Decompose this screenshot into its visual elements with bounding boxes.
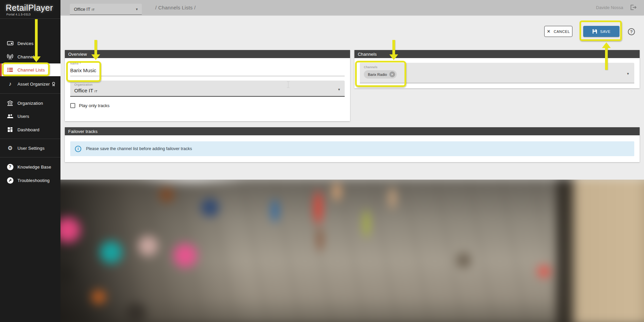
name-field-value: Barix Music [70,67,345,73]
sidebar-item-label: Troubleshooting [17,178,50,183]
sidebar-item-label: Dashboard [17,127,39,132]
chevron-down-icon: ▾ [627,72,629,76]
user-name: Davide Nossa [596,0,623,15]
chevron-down-icon: ▾ [136,7,138,11]
sidebar-divider [0,157,60,157]
devices-icon [6,41,14,46]
info-banner: i Please save the channel list before ad… [70,141,634,156]
channel-chip-label: Barix Radio [368,73,387,77]
retailplayer-app: RetailPlayer Portal 4.1.5-0313 Devices C… [0,0,644,322]
failover-tracks-panel: Failover tracks i Please save the channe… [65,127,640,162]
channel-chip: Barix Radio ✕ [364,70,397,79]
play-only-tracks-checkbox[interactable]: Play only tracks [70,103,345,108]
sidebar-item-label: Asset Organizer [17,82,50,87]
channels-field-label: Channels [364,65,630,69]
sidebar-item-channels[interactable]: Channels [0,51,60,63]
name-field[interactable]: Name * Barix Music [70,62,345,76]
close-icon: ✕ [547,29,551,34]
sidebar-item-label: Channel Lists [17,67,45,73]
sidebar: RetailPlayer Portal 4.1.5-0313 Devices C… [0,0,60,322]
sidebar-divider [0,93,60,94]
sidebar-item-label: Organization [17,101,43,106]
name-field-label: Name * [70,62,345,65]
chevron-down-icon: ▾ [338,87,340,92]
sidebar-item-label: Users [17,114,29,119]
organization-select-value: Office IT IT [74,88,341,93]
organization-selector-region: IT [92,8,95,11]
list-icon [6,67,14,72]
gear-icon: ⚙ [6,145,14,151]
sidebar-item-label: Channels [17,54,37,59]
floppy-disk-icon [592,29,597,34]
portal-version: Portal 4.1.5-0313 [6,13,60,16]
save-button-label: SAVE [600,30,611,34]
sidebar-item-troubleshooting[interactable]: Troubleshooting [0,174,60,186]
channels-panel: Channels Channels Barix Radio ✕ ▾ [354,50,640,88]
organization-select-label: Organization [74,83,341,86]
text-cursor [288,81,289,88]
checkbox-label: Play only tracks [79,103,110,108]
app-logo: RetailPlayer Portal 4.1.5-0313 [0,0,60,19]
bank-icon [6,100,14,106]
sidebar-item-label: Devices [17,41,34,46]
sidebar-item-organization[interactable]: Organization [0,97,60,109]
overview-panel-header: Overview [65,50,350,58]
breadcrumb: / Channels Lists / [155,0,196,15]
organization-selector[interactable]: Office IT IT ▾ [70,4,142,15]
sidebar-item-label: Knowledge Base [17,165,51,170]
organization-select-region: IT [94,90,97,93]
channels-multiselect[interactable]: Channels Barix Radio ✕ ▾ [360,63,634,83]
help-icon[interactable]: ? [628,28,635,35]
sidebar-item-devices[interactable]: Devices [0,37,60,49]
broadcast-icon [6,54,14,60]
background-photo [60,180,644,322]
overview-panel: Overview Name * Barix Music Organization… [65,50,350,121]
brand-name: RetailPlayer [6,3,60,13]
channels-panel-header: Channels [354,50,640,58]
sidebar-item-knowledge-base[interactable]: ? Knowledge Base [0,161,60,173]
wrench-circle-icon [6,177,14,184]
cancel-button[interactable]: ✕ CANCEL [544,26,572,37]
remove-chip-icon[interactable]: ✕ [389,72,395,77]
organization-select[interactable]: Organization Office IT IT ▾ [70,81,345,97]
sidebar-item-dashboard[interactable]: Dashboard [0,124,60,136]
premium-badge-icon [52,82,55,86]
music-note-icon: ♪ [6,81,14,87]
question-circle-icon: ? [6,164,14,170]
top-bar: Office IT IT ▾ / Channels Lists / Davide… [60,0,644,15]
users-icon [6,114,14,119]
organization-selector-value: Office IT [74,7,90,12]
failover-panel-header: Failover tracks [65,127,640,135]
sidebar-item-channel-lists[interactable]: Channel Lists [0,63,60,76]
save-button[interactable]: SAVE [583,26,619,37]
info-icon: i [75,146,81,152]
sidebar-item-asset-organizer[interactable]: ♪ Asset Organizer [0,78,60,90]
background-photo-art [60,180,644,322]
dashboard-icon [6,127,14,132]
sidebar-item-users[interactable]: Users [0,110,60,122]
sidebar-item-label: User Settings [17,146,45,151]
sidebar-item-user-settings[interactable]: ⚙ User Settings [0,142,60,154]
checkbox-box[interactable] [70,103,75,108]
logout-icon[interactable] [630,4,637,12]
sidebar-divider [0,139,60,139]
cancel-button-label: CANCEL [554,30,570,34]
info-banner-message: Please save the channel list before addi… [86,146,192,151]
